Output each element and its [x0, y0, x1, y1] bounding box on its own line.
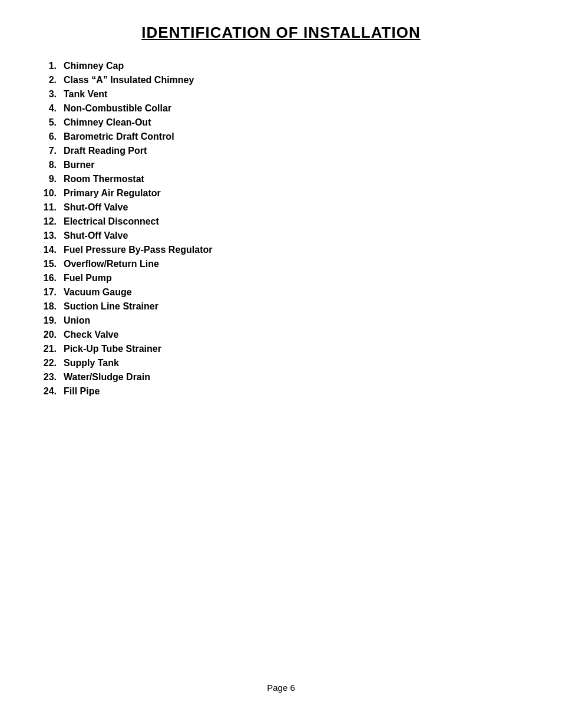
item-number: 24.: [35, 386, 64, 397]
item-number: 9.: [35, 174, 64, 185]
item-label: Class “A” Insulated Chimney: [64, 75, 194, 85]
list-item: 5.Chimney Clean-Out: [35, 117, 527, 128]
item-label: Supply Tank: [64, 358, 119, 368]
page-footer: Page 6: [35, 659, 527, 704]
page-title: IDENTIFICATION OF INSTALLATION: [35, 24, 527, 42]
item-label: Fill Pipe: [64, 386, 100, 397]
item-label: Barometric Draft Control: [64, 131, 174, 142]
list-item: 9.Room Thermostat: [35, 174, 527, 185]
list-item: 6.Barometric Draft Control: [35, 131, 527, 142]
items-list: 1.Chimney Cap2.Class “A” Insulated Chimn…: [35, 61, 527, 400]
item-label: Suction Line Strainer: [64, 301, 158, 312]
item-number: 7.: [35, 146, 64, 156]
item-number: 18.: [35, 301, 64, 312]
item-label: Chimney Clean-Out: [64, 117, 151, 128]
item-label: Non-Combustible Collar: [64, 103, 171, 114]
item-number: 8.: [35, 160, 64, 170]
item-label: Shut-Off Valve: [64, 230, 128, 241]
list-item: 2.Class “A” Insulated Chimney: [35, 75, 527, 85]
item-label: Electrical Disconnect: [64, 216, 159, 227]
list-item: 1.Chimney Cap: [35, 61, 527, 71]
item-number: 6.: [35, 131, 64, 142]
item-label: Shut-Off Valve: [64, 202, 128, 213]
item-number: 11.: [35, 202, 64, 213]
item-label: Draft Reading Port: [64, 146, 147, 156]
item-label: Union: [64, 315, 90, 326]
item-number: 17.: [35, 287, 64, 298]
item-label: Primary Air Regulator: [64, 188, 161, 199]
item-number: 3.: [35, 89, 64, 100]
item-number: 16.: [35, 273, 64, 284]
item-label: Fuel Pump: [64, 273, 112, 284]
item-number: 22.: [35, 358, 64, 368]
item-number: 20.: [35, 330, 64, 340]
item-number: 23.: [35, 372, 64, 383]
list-item: 10.Primary Air Regulator: [35, 188, 527, 199]
item-label: Pick-Up Tube Strainer: [64, 344, 161, 354]
item-label: Water/Sludge Drain: [64, 372, 150, 383]
list-item: 15.Overflow/Return Line: [35, 259, 527, 269]
list-item: 24.Fill Pipe: [35, 386, 527, 397]
item-number: 12.: [35, 216, 64, 227]
list-item: 7.Draft Reading Port: [35, 146, 527, 156]
list-item: 22.Supply Tank: [35, 358, 527, 368]
item-number: 21.: [35, 344, 64, 354]
item-number: 15.: [35, 259, 64, 269]
item-number: 4.: [35, 103, 64, 114]
item-label: Vacuum Gauge: [64, 287, 132, 298]
list-item: 3.Tank Vent: [35, 89, 527, 100]
item-number: 13.: [35, 230, 64, 241]
list-item: 13.Shut-Off Valve: [35, 230, 527, 241]
list-item: 23.Water/Sludge Drain: [35, 372, 527, 383]
item-number: 2.: [35, 75, 64, 85]
item-number: 14.: [35, 245, 64, 255]
item-number: 19.: [35, 315, 64, 326]
list-item: 14.Fuel Pressure By-Pass Regulator: [35, 245, 527, 255]
page-container: IDENTIFICATION OF INSTALLATION 1.Chimney…: [35, 24, 527, 704]
list-item: 20.Check Valve: [35, 330, 527, 340]
item-number: 1.: [35, 61, 64, 71]
item-label: Chimney Cap: [64, 61, 124, 71]
item-label: Room Thermostat: [64, 174, 144, 185]
item-label: Tank Vent: [64, 89, 107, 100]
item-label: Check Valve: [64, 330, 118, 340]
list-item: 16.Fuel Pump: [35, 273, 527, 284]
item-label: Burner: [64, 160, 94, 170]
list-item: 17.Vacuum Gauge: [35, 287, 527, 298]
list-item: 8.Burner: [35, 160, 527, 170]
list-item: 19.Union: [35, 315, 527, 326]
item-label: Fuel Pressure By-Pass Regulator: [64, 245, 213, 255]
list-item: 4.Non-Combustible Collar: [35, 103, 527, 114]
list-item: 18.Suction Line Strainer: [35, 301, 527, 312]
item-number: 5.: [35, 117, 64, 128]
item-label: Overflow/Return Line: [64, 259, 159, 269]
list-item: 11.Shut-Off Valve: [35, 202, 527, 213]
list-item: 12.Electrical Disconnect: [35, 216, 527, 227]
list-item: 21.Pick-Up Tube Strainer: [35, 344, 527, 354]
item-number: 10.: [35, 188, 64, 199]
